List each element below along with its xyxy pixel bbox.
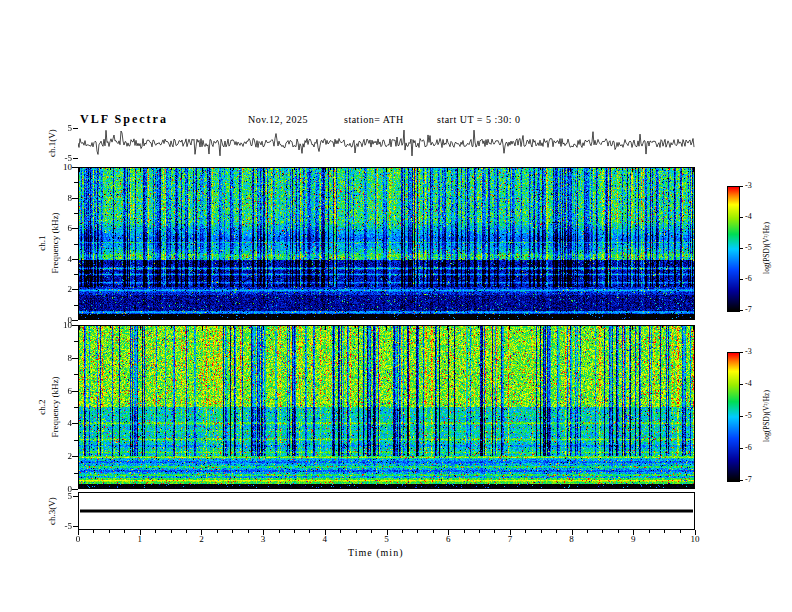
time-minor-tick (402, 530, 403, 533)
colorbar-tick-label: -4 (745, 379, 752, 388)
freq-tick-label: 10 (54, 320, 72, 330)
freq-tick (72, 198, 78, 199)
time-minor-tick (602, 530, 603, 533)
volt-tick (73, 496, 78, 497)
colorbar-tick (740, 186, 743, 187)
time-tick-label: 0 (70, 534, 86, 544)
colorbar-tick (740, 384, 743, 385)
time-minor-tick (556, 530, 557, 533)
freq-minor-tick (74, 473, 78, 474)
colorbar-2-canvas (727, 352, 740, 482)
time-minor-tick (525, 530, 526, 533)
colorbar-tick (740, 310, 743, 311)
time-tick (140, 530, 141, 535)
freq-tick-label: 10 (54, 162, 72, 172)
colorbar-1-label: log(PSD)(V²/Hz) (762, 222, 771, 274)
freq-tick-label: 8 (54, 193, 72, 203)
ch3-waveform-canvas (79, 493, 694, 529)
freq-minor-tick (74, 305, 78, 306)
vlf-spectra-figure: VLF Spectra Nov.12, 2025 station= ATH st… (0, 0, 792, 612)
time-tick (633, 530, 634, 535)
freq-minor-tick (74, 182, 78, 183)
ch2-spec-channel-label: ch.2 (37, 399, 48, 414)
volt-tick-label: -5 (54, 153, 72, 163)
ch1-spectrogram-panel (78, 167, 695, 320)
freq-tick-label: 2 (54, 284, 72, 294)
time-tick-label: 5 (379, 534, 395, 544)
time-minor-tick (248, 530, 249, 533)
freq-minor-tick (74, 374, 78, 375)
colorbar-tick-label: -7 (745, 475, 752, 484)
time-tick-label: 7 (502, 534, 518, 544)
volt-tick-label: -5 (54, 521, 72, 531)
freq-tick (72, 423, 78, 424)
colorbar-tick-label: -7 (745, 305, 752, 314)
colorbar-tick (740, 352, 743, 353)
colorbar-2-label: log(PSD)(V²/Hz) (762, 390, 771, 442)
freq-tick (72, 358, 78, 359)
time-minor-tick (309, 530, 310, 533)
volt-tick-label: 5 (54, 491, 72, 501)
time-minor-tick (541, 530, 542, 533)
time-tick (387, 530, 388, 535)
freq-tick (72, 325, 78, 326)
time-tick (201, 530, 202, 535)
freq-minor-tick (74, 341, 78, 342)
freq-tick-label: 4 (54, 254, 72, 264)
colorbar-tick-label: -3 (745, 181, 752, 190)
time-minor-tick (433, 530, 434, 533)
time-tick-label: 8 (564, 534, 580, 544)
time-minor-tick (93, 530, 94, 533)
time-tick-label: 4 (317, 534, 333, 544)
time-minor-tick (232, 530, 233, 533)
freq-minor-tick (74, 213, 78, 214)
colorbar-tick (740, 448, 743, 449)
ch1-spec-frequency-label: Frequency (kHz) (50, 212, 61, 273)
colorbar-tick (740, 279, 743, 280)
freq-minor-tick (74, 440, 78, 441)
time-minor-tick (340, 530, 341, 533)
time-minor-tick (171, 530, 172, 533)
freq-tick-label: 6 (54, 223, 72, 233)
time-tick (78, 530, 79, 535)
time-tick (510, 530, 511, 535)
colorbar-tick (740, 217, 743, 218)
time-minor-tick (494, 530, 495, 533)
time-minor-tick (464, 530, 465, 533)
freq-minor-tick (74, 274, 78, 275)
freq-tick-label: 8 (54, 353, 72, 363)
time-minor-tick (618, 530, 619, 533)
time-tick-label: 3 (255, 534, 271, 544)
time-tick (572, 530, 573, 535)
time-tick-label: 6 (440, 534, 456, 544)
time-minor-tick (217, 530, 218, 533)
freq-tick (72, 228, 78, 229)
colorbar-tick-label: -6 (745, 443, 752, 452)
time-minor-tick (155, 530, 156, 533)
time-tick-label: 1 (132, 534, 148, 544)
time-minor-tick (680, 530, 681, 533)
time-minor-tick (294, 530, 295, 533)
colorbar-tick-label: -3 (745, 347, 752, 356)
freq-tick (72, 391, 78, 392)
colorbar-tick (740, 416, 743, 417)
freq-tick-label: 6 (54, 386, 72, 396)
colorbar-tick-label: -5 (745, 411, 752, 420)
freq-minor-tick (74, 244, 78, 245)
time-minor-tick (109, 530, 110, 533)
time-minor-tick (664, 530, 665, 533)
colorbar-tick-label: -4 (745, 212, 752, 221)
colorbar-tick-label: -5 (745, 243, 752, 252)
freq-tick (72, 489, 78, 490)
time-minor-tick (186, 530, 187, 533)
volt-tick (73, 158, 78, 159)
time-tick-label: 10 (687, 534, 703, 544)
freq-tick-label: 4 (54, 418, 72, 428)
freq-tick (72, 167, 78, 168)
time-minor-tick (417, 530, 418, 533)
ch1-waveform-canvas (78, 124, 695, 162)
freq-tick (72, 320, 78, 321)
ch3-waveform-panel (78, 492, 695, 530)
time-minor-tick (587, 530, 588, 533)
time-tick (325, 530, 326, 535)
